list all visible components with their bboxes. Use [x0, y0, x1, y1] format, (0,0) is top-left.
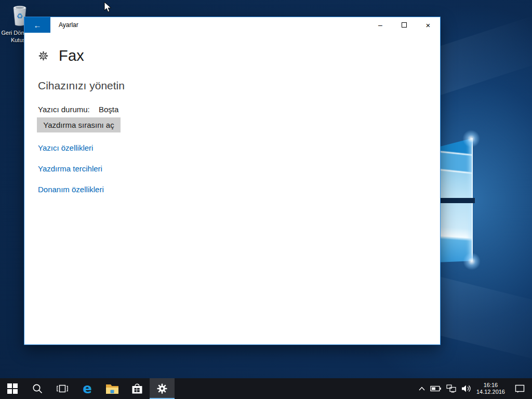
svg-text:♻: ♻: [17, 12, 23, 20]
back-button[interactable]: ←: [24, 17, 50, 33]
battery-icon: [430, 385, 442, 392]
file-explorer-button[interactable]: [100, 378, 125, 399]
task-view-button[interactable]: [50, 378, 75, 399]
printer-status-value: Boşta: [99, 105, 118, 114]
tray-network-button[interactable]: [446, 384, 457, 393]
printer-properties-link[interactable]: Yazıcı özellikleri: [38, 143, 93, 152]
taskbar: e: [0, 378, 532, 399]
search-icon: [32, 383, 43, 394]
close-icon: ×: [426, 21, 431, 30]
tray-volume-button[interactable]: [461, 384, 472, 393]
edge-icon: e: [83, 382, 92, 395]
page-header: Fax: [38, 47, 84, 64]
hardware-properties-link[interactable]: Donanım özellikleri: [38, 185, 104, 194]
tray-battery-button[interactable]: [430, 385, 442, 392]
settings-gear-icon: [156, 383, 168, 394]
tray-chevron-button[interactable]: [418, 386, 425, 391]
printer-status-label: Yazıcı durumu:: [38, 105, 90, 114]
mouse-cursor: [104, 2, 112, 14]
system-tray: 16:16 14.12.2016: [418, 378, 532, 399]
task-view-icon: [56, 383, 69, 394]
window-title: Ayarlar: [59, 17, 78, 33]
tray-clock[interactable]: 16:16 14.12.2016: [476, 382, 505, 395]
start-button[interactable]: [0, 378, 25, 399]
printing-preferences-link[interactable]: Yazdırma tercihleri: [38, 164, 102, 173]
store-button[interactable]: [125, 378, 150, 399]
taskbar-search-button[interactable]: [25, 378, 50, 399]
back-icon: ←: [34, 21, 42, 30]
printer-status-row: Yazıcı durumu: Boşta: [38, 105, 90, 114]
network-icon: [446, 384, 457, 393]
chevron-up-icon: [418, 386, 425, 391]
edge-button[interactable]: e: [75, 378, 100, 399]
maximize-icon: [402, 22, 407, 28]
minimize-icon: –: [378, 21, 382, 29]
section-heading: Cihazınızı yönetin: [38, 79, 125, 92]
maximize-button[interactable]: [392, 17, 416, 33]
minimize-button[interactable]: –: [368, 17, 392, 33]
window-titlebar[interactable]: ← Ayarlar – ×: [24, 17, 440, 33]
speaker-icon: [461, 384, 472, 393]
light-flare: [462, 130, 480, 148]
tray-time: 16:16: [484, 382, 498, 389]
start-icon: [7, 383, 18, 394]
settings-taskbar-button[interactable]: [150, 378, 175, 399]
store-icon: [130, 382, 144, 395]
gear-icon: [38, 50, 49, 61]
file-explorer-icon: [105, 383, 119, 394]
settings-window: ← Ayarlar – × Fax Cihazınızı yönetin: [24, 17, 441, 345]
action-center-icon: [515, 384, 525, 393]
action-center-button[interactable]: [515, 384, 525, 393]
page-title: Fax: [59, 47, 84, 64]
close-button[interactable]: ×: [416, 17, 440, 33]
open-print-queue-button[interactable]: Yazdırma sırasını aç: [37, 117, 121, 132]
tray-date: 14.12.2016: [476, 389, 505, 395]
light-flare: [463, 252, 481, 270]
